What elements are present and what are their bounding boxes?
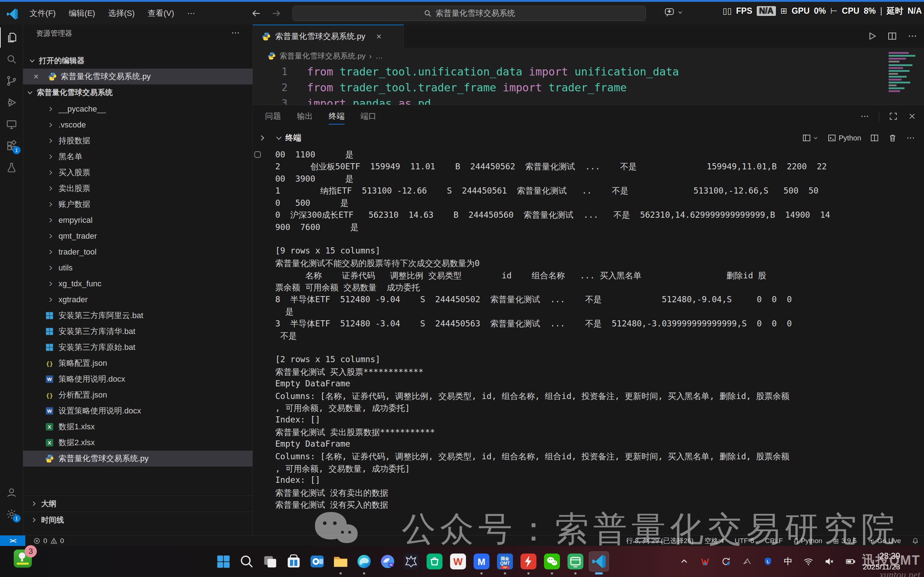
split-editor-icon[interactable] bbox=[887, 31, 897, 41]
python-version[interactable]: ⊞3.9.5 bbox=[833, 537, 856, 545]
taskbar-app-ai-browser[interactable]: AI bbox=[376, 547, 399, 575]
taskbar-app-wechat[interactable] bbox=[540, 547, 563, 575]
split-terminal-icon[interactable] bbox=[870, 133, 879, 143]
tree-item-json[interactable]: {}策略配置.json bbox=[23, 355, 253, 371]
tree-item-folder[interactable]: 账户数据 bbox=[23, 197, 253, 212]
source-control-icon[interactable] bbox=[0, 71, 23, 91]
outline-section[interactable]: 大纲 bbox=[23, 495, 253, 512]
nav-back-icon[interactable] bbox=[251, 8, 261, 19]
tree-item-folder[interactable]: empyrical bbox=[23, 212, 253, 228]
timeline-section[interactable]: 时间线 bbox=[23, 512, 253, 528]
tree-item-bat[interactable]: 安装第三方库清华.bat bbox=[23, 324, 253, 339]
settings-gear-icon[interactable]: 1 bbox=[0, 504, 23, 524]
account-icon[interactable] bbox=[0, 482, 23, 503]
tray-wifi-icon[interactable] bbox=[803, 556, 813, 567]
tree-item-folder[interactable]: 买入股票 bbox=[23, 164, 253, 181]
taskbar-app-green-store[interactable] bbox=[422, 547, 446, 575]
taskbar-app-task-view[interactable] bbox=[258, 547, 282, 575]
taskbar-app-outlook[interactable] bbox=[305, 547, 329, 575]
menu-item[interactable]: 选择(S) bbox=[102, 8, 141, 19]
chevron-down-icon[interactable] bbox=[274, 134, 283, 142]
taskbar-app-vscode[interactable] bbox=[587, 547, 610, 575]
taskbar-app-windows-search[interactable] bbox=[235, 547, 258, 575]
encoding[interactable]: UTF-8 bbox=[735, 537, 754, 545]
remote-explorer-icon[interactable] bbox=[0, 114, 23, 134]
editor-more-actions-icon[interactable] bbox=[907, 31, 918, 41]
taskbar-clock[interactable]: 23:39 2025/11/23 bbox=[863, 551, 900, 572]
copilot-button[interactable] bbox=[664, 7, 684, 18]
language-mode[interactable]: {}Python bbox=[793, 537, 822, 545]
taskbar-app-windows-start[interactable] bbox=[211, 547, 235, 575]
problems-status[interactable]: 0 0 bbox=[33, 535, 64, 546]
new-terminal-icon[interactable] bbox=[802, 133, 819, 143]
tree-item-folder[interactable]: 持股数据 bbox=[23, 133, 253, 149]
tree-item-py[interactable]: 索普量化雪球交易系统.py bbox=[23, 451, 253, 466]
tray-lenovo-tray-icon[interactable]: L bbox=[763, 556, 773, 567]
indentation[interactable]: 空格:4 bbox=[705, 536, 724, 546]
menu-item[interactable]: 查看(V) bbox=[141, 8, 181, 19]
tree-item-folder[interactable]: 黑名单 bbox=[23, 149, 253, 164]
tray-battery-icon[interactable] bbox=[845, 556, 855, 567]
kill-terminal-icon[interactable] bbox=[888, 133, 897, 143]
tray-sync-tray-icon[interactable] bbox=[721, 556, 731, 567]
workspace-root-section[interactable]: 索普量化雪球交易系统 bbox=[23, 84, 253, 100]
explorer-icon[interactable] bbox=[0, 27, 23, 48]
breadcrumb[interactable]: 索普量化雪球交易系统.py › … bbox=[253, 48, 924, 64]
chevron-right-icon[interactable] bbox=[258, 134, 266, 142]
panel-more-actions-icon[interactable] bbox=[860, 111, 869, 121]
tray-volume-muted-icon[interactable] bbox=[824, 556, 834, 567]
panel-tab-输出[interactable]: 输出 bbox=[297, 105, 313, 127]
tray-ime-chinese-icon[interactable]: 中 bbox=[784, 556, 792, 567]
extensions-icon[interactable]: 1 bbox=[0, 136, 23, 156]
panel-tab-问题[interactable]: 问题 bbox=[265, 105, 281, 127]
terminal-tab-python[interactable]: Python bbox=[827, 133, 861, 143]
tree-item-folder[interactable]: xg_tdx_func bbox=[23, 276, 253, 292]
search-sidebar-icon[interactable] bbox=[0, 49, 23, 69]
close-panel-icon[interactable] bbox=[907, 111, 917, 121]
tree-item-docx[interactable]: W策略使用说明.docx bbox=[23, 371, 253, 387]
tree-item-folder[interactable]: trader_tool bbox=[23, 244, 253, 260]
tree-item-bat[interactable]: 安装第三方库原始.bat bbox=[23, 339, 253, 355]
taskbar-app-chat-tool[interactable] bbox=[563, 547, 587, 575]
tree-item-json[interactable]: {}分析配置.json bbox=[23, 387, 253, 403]
taskbar-app-wps-office[interactable]: W bbox=[446, 547, 469, 575]
tab-active-file[interactable]: 索普量化雪球交易系统.py bbox=[253, 24, 404, 48]
menu-item[interactable]: 编辑(E) bbox=[62, 8, 102, 19]
close-icon[interactable] bbox=[32, 73, 40, 80]
tree-item-docx[interactable]: W设置策略使用说明.docx bbox=[23, 403, 253, 419]
tree-item-folder[interactable]: .vscode bbox=[23, 117, 253, 133]
taskbar-app-qmt-trader[interactable]: 国金QMTVIP bbox=[493, 547, 516, 575]
eol-sequence[interactable]: CRLF bbox=[765, 537, 783, 545]
cursor-position[interactable]: 行 8, 列 29 (已选择26) bbox=[626, 536, 693, 546]
panel-tab-端口[interactable]: 端口 bbox=[361, 105, 376, 127]
menu-item[interactable]: ⋯ bbox=[181, 9, 202, 18]
taskbar-app-m-app[interactable]: M bbox=[469, 547, 493, 575]
tree-item-folder[interactable]: xgtrader bbox=[23, 292, 253, 308]
taskbar-app-microsoft-store[interactable] bbox=[282, 547, 305, 575]
tab-close-icon[interactable] bbox=[375, 33, 382, 40]
minimap[interactable] bbox=[889, 52, 919, 103]
terminal-more-actions-icon[interactable] bbox=[906, 133, 915, 143]
tree-item-folder[interactable]: qmt_trader bbox=[23, 228, 253, 244]
run-python-file-icon[interactable] bbox=[867, 31, 877, 41]
taskbar-app-edge[interactable] bbox=[352, 547, 376, 575]
panel-tab-终端[interactable]: 终端 bbox=[329, 105, 345, 127]
tree-item-folder[interactable]: utils bbox=[23, 260, 253, 276]
sidebar-more-actions-icon[interactable] bbox=[231, 28, 240, 37]
testing-icon[interactable] bbox=[0, 158, 23, 178]
open-editor-item[interactable]: 索普量化雪球交易系统.py bbox=[23, 69, 253, 84]
menu-item[interactable]: 文件(F) bbox=[23, 8, 62, 19]
command-center-search[interactable]: 索普量化雪球交易系统 bbox=[293, 6, 646, 21]
widgets-button[interactable]: 3 bbox=[14, 550, 32, 567]
notifications-bell-icon[interactable] bbox=[912, 537, 919, 545]
tray-autodesk-tray-icon[interactable] bbox=[742, 556, 752, 567]
taskbar-app-flash-trader[interactable] bbox=[516, 547, 540, 575]
tree-item-xlsx[interactable]: X数据2.xlsx bbox=[23, 435, 253, 451]
nav-forward-icon[interactable] bbox=[271, 8, 282, 19]
remote-indicator[interactable]: >< bbox=[0, 535, 25, 546]
run-debug-icon[interactable] bbox=[0, 92, 23, 113]
taskbar-app-file-explorer[interactable] bbox=[329, 547, 352, 575]
tray-tray-expand-icon[interactable] bbox=[679, 556, 689, 567]
taskbar-app-game-center[interactable] bbox=[399, 547, 422, 575]
tree-item-folder[interactable]: 卖出股票 bbox=[23, 181, 253, 197]
